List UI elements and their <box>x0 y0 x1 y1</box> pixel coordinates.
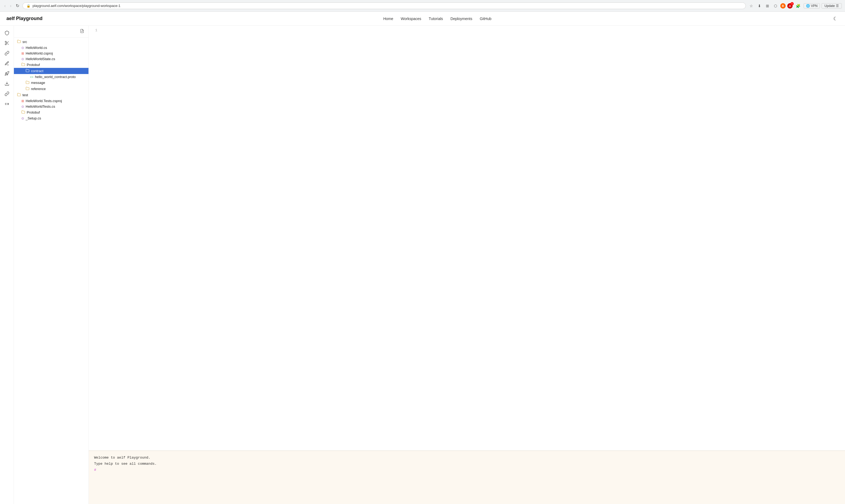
editor-area[interactable]: 1 <box>89 26 845 451</box>
tree-label-test: test <box>22 93 28 97</box>
tab-button[interactable]: ⊞ <box>764 3 771 9</box>
lock-icon: 🔒 <box>26 4 31 8</box>
bookmark-button[interactable]: ☆ <box>748 3 755 9</box>
forward-button[interactable]: › <box>9 2 12 10</box>
nav-links: Home Workspaces Tutorials Deployments Gi… <box>383 17 491 21</box>
csproj-file-icon: ⊞ <box>21 52 24 55</box>
tree-item-protobuf[interactable]: Protobuf <box>14 62 89 68</box>
tree-label-setup-cs: _Setup.cs <box>26 116 41 120</box>
tree-item-contract[interactable]: contract <box>14 68 89 74</box>
terminal-line-1: Welcome to aelf Playground. <box>94 455 840 461</box>
csproj-tests-icon: ⊞ <box>21 99 24 103</box>
tree-item-message[interactable]: message <box>14 79 89 86</box>
tree-item-setup-cs[interactable]: ⊙ _Setup.cs <box>14 115 89 121</box>
tree-item-helloworldstate-cs[interactable]: ⊙ HelloWorldState.cs <box>14 56 89 62</box>
toolbar <box>0 26 14 504</box>
tree-label-helloworldtests-csproj: HelloWorld.Tests.csproj <box>26 99 62 103</box>
tree-item-helloworld-cs[interactable]: ⊙ HelloWorld.cs <box>14 45 89 51</box>
cs-file-icon: ⊙ <box>21 46 24 50</box>
terminal-prompt: # <box>94 468 96 472</box>
tree-item-hello-proto[interactable]: <> hello_world_contract.proto <box>14 74 89 79</box>
folder-protobuf-test-icon <box>21 110 25 115</box>
scissors-tool-button[interactable] <box>3 39 11 47</box>
browser-chrome: ‹ › ↻ 🔒 playground.aelf.com/workspace/pl… <box>0 0 845 12</box>
address-bar[interactable]: 🔒 playground.aelf.com/workspace/playgrou… <box>22 2 746 9</box>
folder-test-icon <box>17 93 21 97</box>
download-button[interactable]: ⬇ <box>756 3 763 9</box>
folder-reference-icon <box>26 87 30 91</box>
nav-github[interactable]: GitHub <box>480 17 491 21</box>
reload-button[interactable]: ↻ <box>15 2 20 10</box>
proto-file-icon: <> <box>30 75 33 78</box>
folder-protobuf-icon <box>21 62 25 67</box>
tree-label-protobuf-test: Protobuf <box>27 110 40 114</box>
cs-state-file-icon: ⊙ <box>21 57 24 61</box>
brave-shield-icon: B <box>780 3 786 8</box>
tree-label-protobuf: Protobuf <box>27 63 40 67</box>
download-tool-button[interactable] <box>3 79 11 88</box>
tree-item-helloworldtests-cs[interactable]: ⊙ HelloWorldTests.cs <box>14 104 89 109</box>
tree-item-helloworld-csproj[interactable]: ⊞ HelloWorld.csproj <box>14 51 89 56</box>
tree-label-contract: contract <box>31 69 43 73</box>
terminal-prompt-line: # <box>94 467 840 473</box>
share-tool-button[interactable] <box>3 100 11 108</box>
app: aelf Playground Home Workspaces Tutorial… <box>0 12 845 504</box>
nav-workspaces[interactable]: Workspaces <box>401 17 421 21</box>
tree-label-helloworldstate-cs: HelloWorldState.cs <box>26 57 55 61</box>
folder-contract-icon <box>26 69 30 73</box>
pencil-tool-button[interactable] <box>3 59 11 67</box>
folder-message-icon <box>26 80 30 85</box>
main-area: src ⊙ HelloWorld.cs ⊞ HelloWorld.csproj … <box>0 26 845 504</box>
nav-home[interactable]: Home <box>383 17 393 21</box>
line-number-1: 1 <box>89 28 97 33</box>
vpn-button[interactable]: 🌐 VPN <box>804 3 820 8</box>
file-explorer: src ⊙ HelloWorld.cs ⊞ HelloWorld.csproj … <box>14 26 89 504</box>
cs-setup-icon: ⊙ <box>21 116 24 120</box>
tree-item-protobuf-test[interactable]: Protobuf <box>14 109 89 115</box>
shield-tool-button[interactable] <box>3 29 11 37</box>
tree-label-helloworld-cs: HelloWorld.cs <box>26 46 47 50</box>
sidebar-header <box>14 26 89 38</box>
link-tool-button[interactable] <box>3 49 11 57</box>
tree-label-message: message <box>31 81 45 85</box>
svg-point-0 <box>5 41 6 42</box>
tree-label-src: src <box>22 40 27 44</box>
extensions-button[interactable]: 🧩 <box>794 3 802 9</box>
tree-label-hello-proto: hello_world_contract.proto <box>35 75 76 79</box>
tree-item-test[interactable]: test <box>14 92 89 98</box>
topnav-right: ☾ <box>832 15 839 23</box>
brand-logo: aelf Playground <box>6 16 42 21</box>
back-button[interactable]: ‹ <box>3 2 7 10</box>
alert-badge: 1 <box>790 2 794 5</box>
terminal[interactable]: Welcome to aelf Playground. Type help to… <box>89 451 845 504</box>
terminal-line-2: Type help to see all commands. <box>94 461 840 467</box>
update-button[interactable]: Update ☰ <box>822 3 842 8</box>
tree-label-helloworld-csproj: HelloWorld.csproj <box>26 51 53 55</box>
editor-container: 1 Welcome to aelf Playground. Type help … <box>89 26 845 504</box>
svg-line-3 <box>7 43 8 44</box>
nav-deployments[interactable]: Deployments <box>450 17 472 21</box>
tree-item-reference[interactable]: reference <box>14 86 89 92</box>
url-text: playground.aelf.com/workspace/playground… <box>33 4 742 8</box>
tree-item-helloworldtests-csproj[interactable]: ⊞ HelloWorld.Tests.csproj <box>14 98 89 104</box>
topnav: aelf Playground Home Workspaces Tutorial… <box>0 12 845 26</box>
new-file-button[interactable] <box>79 28 85 35</box>
chain-tool-button[interactable] <box>3 90 11 98</box>
tree-label-helloworldtests-cs: HelloWorldTests.cs <box>26 105 55 108</box>
rocket-tool-button[interactable] <box>3 70 11 77</box>
svg-point-1 <box>5 43 6 45</box>
tree-item-src[interactable]: src <box>14 39 89 45</box>
nav-tutorials[interactable]: Tutorials <box>429 17 443 21</box>
svg-line-4 <box>6 42 7 43</box>
cast-button[interactable]: ⬡ <box>772 3 779 9</box>
line-numbers: 1 <box>89 28 101 33</box>
theme-toggle-button[interactable]: ☾ <box>832 15 839 23</box>
folder-open-icon <box>17 39 21 44</box>
alert-icon: ⚠ 1 <box>787 3 793 8</box>
cs-tests-icon: ⊙ <box>21 105 24 108</box>
browser-actions: ☆ ⬇ ⊞ ⬡ B ⚠ 1 🧩 🌐 VPN Update ☰ <box>748 3 842 9</box>
file-tree: src ⊙ HelloWorld.cs ⊞ HelloWorld.csproj … <box>14 38 89 504</box>
tree-label-reference: reference <box>31 87 46 91</box>
